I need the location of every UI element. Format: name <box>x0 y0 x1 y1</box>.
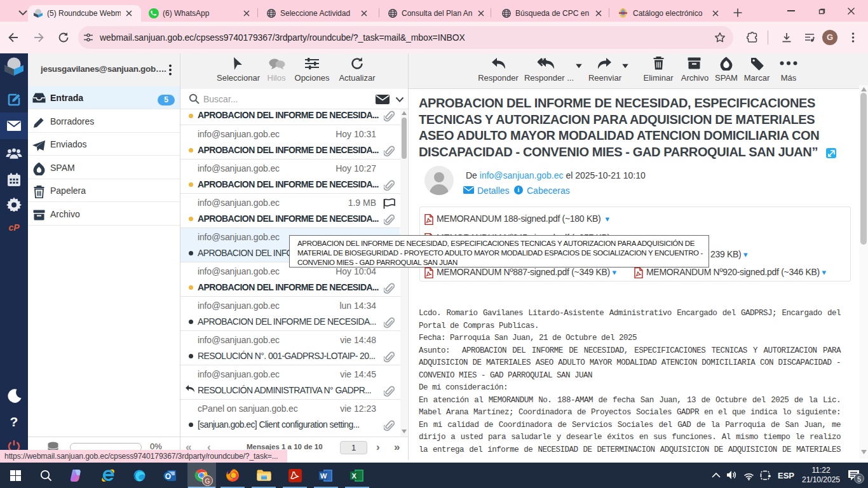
svg-text:W: W <box>320 472 327 480</box>
svg-text:X: X <box>352 472 357 480</box>
svg-text:O: O <box>165 472 171 481</box>
